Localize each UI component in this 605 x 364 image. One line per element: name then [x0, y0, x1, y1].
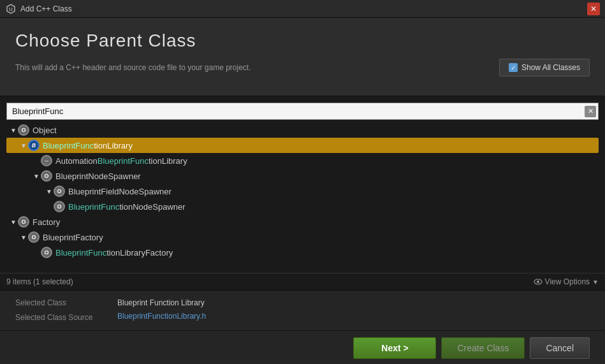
items-count: 9 items (1 selected)	[6, 277, 73, 286]
tree-item-func-node-spawner[interactable]: ▼ O BlueprintFunctionNodeSpawner	[6, 199, 599, 214]
class-icon-func-spawner: O	[54, 201, 65, 212]
ue-logo-icon: U	[5, 3, 17, 15]
blueprint-icon: B	[28, 140, 40, 151]
search-input[interactable]	[6, 103, 599, 120]
class-label-node-spawner: BlueprintNodeSpawner	[55, 171, 141, 181]
create-class-button[interactable]: Create Class	[441, 337, 525, 359]
class-label-func-spawner: BlueprintFunctionNodeSpawner	[68, 202, 186, 212]
tree-item-blueprint-node-spawner[interactable]: ▼ O BlueprintNodeSpawner	[6, 168, 599, 184]
cancel-button[interactable]: Cancel	[530, 337, 590, 359]
show-all-label: Show All Classes	[521, 63, 580, 72]
tree-arrow-icon: ▼	[32, 156, 41, 165]
tree-arrow-icon: ▼	[45, 202, 54, 211]
tree-arrow-icon: ▼	[9, 126, 18, 135]
class-icon-bp-factory: O	[28, 231, 40, 243]
view-options-label: View Options	[545, 277, 590, 286]
match-text: BlueprintFunc	[68, 202, 119, 212]
tree-item-field-node-spawner[interactable]: ▼ O BlueprintFieldNodeSpawner	[6, 184, 599, 199]
selected-class-label: Selected Class	[15, 297, 117, 309]
clear-search-button[interactable]: ✕	[585, 106, 596, 117]
tree-item-factory[interactable]: ▼ O Factory	[6, 214, 599, 229]
show-all-classes-button[interactable]: ✓ Show All Classes	[499, 59, 590, 76]
main-header: Choose Parent Class This will add a C++ …	[0, 18, 605, 96]
tree-arrow-icon: ▼	[9, 217, 18, 226]
class-label-automation: AutomationBlueprintFunctionLibrary	[55, 156, 187, 166]
class-icon-auto: ···	[41, 155, 52, 166]
match-text: BlueprintFunc	[98, 156, 149, 166]
eye-icon	[534, 277, 543, 286]
class-label-bp-highlight: BlueprintFunctionLibrary	[43, 141, 133, 150]
tree-item-func-library-factory[interactable]: ▼ O BlueprintFunctionLibraryFactory	[6, 245, 599, 260]
class-label-field-spawner: BlueprintFieldNodeSpawner	[68, 187, 171, 196]
class-icon-node-spawner: O	[41, 170, 52, 182]
tree-arrow-icon: ▼	[32, 248, 41, 257]
class-icon-lib-factory: O	[41, 247, 52, 258]
next-button[interactable]: Next >	[353, 337, 436, 359]
match-text: BlueprintFunc	[43, 141, 94, 150]
search-row: ✕	[6, 103, 599, 120]
tree-arrow-icon: ▼	[19, 141, 28, 150]
class-label-factory: Factory	[33, 217, 60, 227]
page-title: Choose Parent Class	[15, 31, 590, 51]
search-input-wrapper: ✕	[6, 103, 599, 120]
class-icon-object: O	[18, 124, 29, 136]
class-label-lib-factory: BlueprintFunctionLibraryFactory	[55, 248, 173, 258]
title-bar: U Add C++ Class ✕	[0, 0, 605, 18]
title-bar-left: U Add C++ Class	[5, 3, 72, 15]
selected-info: Selected Class Blueprint Function Librar…	[0, 290, 605, 330]
view-options-chevron-icon: ▼	[592, 279, 599, 286]
footer: Next > Create Class Cancel	[0, 330, 605, 364]
tree-arrow-icon: ▼	[45, 187, 54, 196]
class-icon-field-spawner: O	[54, 186, 65, 197]
header-row: This will add a C++ header and source co…	[15, 59, 590, 76]
class-tree-list: ▼ O Object ▼ B BlueprintFunctionLibrary …	[0, 120, 605, 273]
tree-arrow-icon: ▼	[32, 171, 41, 180]
class-icon-factory: O	[18, 216, 29, 228]
tree-arrow-icon: ▼	[19, 233, 28, 242]
search-container: ✕	[0, 96, 605, 120]
tree-item-blueprint-factory[interactable]: ▼ O BlueprintFactory	[6, 229, 599, 245]
show-all-checkbox-icon: ✓	[509, 63, 518, 72]
status-bar: 9 items (1 selected) View Options ▼	[0, 273, 605, 290]
selected-class-value: Blueprint Function Library	[117, 297, 590, 309]
class-label-bp-factory: BlueprintFactory	[43, 233, 103, 242]
close-button[interactable]: ✕	[587, 3, 600, 15]
window-title: Add C++ Class	[20, 4, 72, 13]
view-options-button[interactable]: View Options ▼	[534, 277, 599, 286]
svg-text:U: U	[9, 6, 13, 12]
match-text: BlueprintFunc	[55, 248, 106, 258]
tree-item-object[interactable]: ▼ O Object	[6, 122, 599, 138]
selected-source-value: BlueprintFunctionLibrary.h	[117, 312, 590, 324]
class-label-object: Object	[33, 126, 57, 135]
tree-item-automation-bp[interactable]: ▼ ··· AutomationBlueprintFunctionLibrary	[6, 153, 599, 168]
subtitle-text: This will add a C++ header and source co…	[15, 63, 251, 72]
tree-item-blueprint-func-library[interactable]: ▼ B BlueprintFunctionLibrary	[6, 138, 599, 153]
selected-source-label: Selected Class Source	[15, 312, 117, 324]
svg-point-3	[537, 280, 539, 283]
